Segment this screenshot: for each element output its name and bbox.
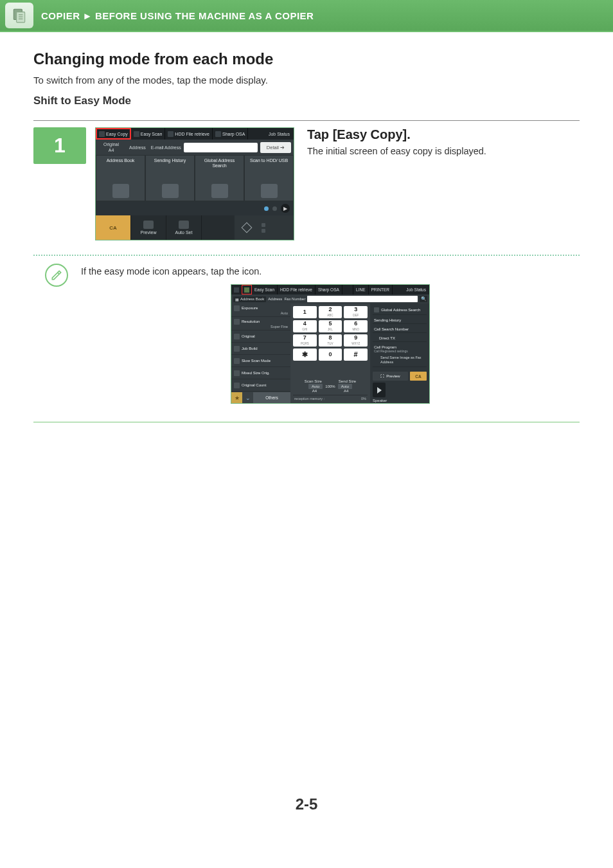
sending-history-button[interactable]: Sending History (145, 155, 195, 201)
scan-size-auto[interactable]: Auto (308, 384, 323, 389)
key-hash[interactable]: # (344, 348, 368, 361)
keypad-panel: 1 2ABC 3DEF 4GHI 5JKL 6MNO 7PQRS 8TUV 9W (290, 303, 370, 403)
scroll-down-button[interactable]: ⌄ (242, 392, 253, 403)
start-buttons[interactable] (259, 215, 294, 240)
address-field-label: E-mail Address (148, 145, 184, 150)
key-6[interactable]: 6MNO (344, 320, 368, 332)
size-ratio: 100% (325, 384, 335, 388)
key-4[interactable]: 4GHI (293, 320, 317, 332)
search-button[interactable]: 🔍 (420, 296, 427, 302)
original-item[interactable]: Original (231, 330, 290, 343)
note-pencil-icon (45, 264, 68, 287)
detail-button[interactable]: Detail ➔ (260, 142, 291, 153)
job-status-button[interactable]: Job Status (265, 128, 294, 140)
tab-sharp-osa[interactable]: Sharp OSA (213, 128, 248, 140)
preview-label-b: Preview (386, 374, 400, 378)
key-5[interactable]: 5JKL (319, 320, 342, 332)
key-7[interactable]: 7PQRS (293, 334, 317, 347)
address-book-button[interactable]: Address Book (96, 155, 145, 201)
note-row: If the easy mode icon appears, tap the i… (33, 266, 580, 404)
direct-tx-item[interactable]: Direct TX (373, 335, 427, 342)
ca-button-b[interactable]: CA (410, 372, 427, 381)
others-button[interactable]: Others (253, 392, 290, 403)
ca-button[interactable]: CA (96, 215, 131, 240)
tab-hdd-b-label: HDD File retrieve (280, 287, 312, 292)
call-program-item[interactable]: Call ProgramCall Registered settings (373, 344, 427, 353)
favorite-button[interactable]: ★ (231, 392, 242, 403)
resolution-value: Super Fine (271, 325, 288, 329)
sending-history-label-b: Sending History (374, 318, 401, 322)
breadcrumb-arrow-icon: ► (83, 10, 93, 21)
key-9[interactable]: 9WXYZ (344, 334, 368, 347)
original-count-item[interactable]: Original Count (231, 379, 290, 392)
section-rule-bottom (33, 422, 580, 422)
address-book-toggle[interactable]: ▦Address Book (233, 296, 266, 302)
key-8[interactable]: 8TUV (319, 334, 342, 347)
tab-sharp-osa-b[interactable]: Sharp OSA (315, 285, 342, 294)
key-2[interactable]: 2ABC (319, 306, 342, 318)
global-address-search-button[interactable]: Global Address Search (195, 155, 244, 201)
tab-hdd-b[interactable]: HDD File retrieve (278, 285, 315, 294)
call-search-number-item[interactable]: Call Search Number (373, 326, 427, 333)
send-size-value: A4 (344, 389, 348, 393)
send-same-image-item[interactable]: Send Same Image as Fax Address (373, 355, 427, 367)
job-status-b[interactable]: Job Status (403, 285, 429, 294)
tab-easy-scan-b-label: Easy Scan (254, 287, 274, 292)
preview-button-b[interactable]: ⛶Preview (373, 372, 408, 381)
mixed-size-item[interactable]: Mixed Size Orig. (231, 367, 290, 379)
key-1[interactable]: 1 (293, 306, 317, 318)
easy-mode-icon (244, 287, 249, 293)
breadcrumb-page[interactable]: BEFORE USING THE MACHINE AS A COPIER (95, 10, 314, 21)
auto-set-button[interactable]: Auto Set (166, 215, 202, 240)
step-1-title: Tap [Easy Copy]. (307, 127, 580, 142)
auto-set-label: Auto Set (175, 230, 193, 235)
tab-easy-scan-b[interactable]: Easy Scan (252, 285, 278, 294)
slow-scan-item[interactable]: Slow Scan Mode (231, 355, 290, 367)
pager-next-icon[interactable]: ▶ (281, 204, 290, 213)
email-address-field[interactable] (184, 143, 258, 152)
page-heading: Changing mode from each mode (33, 50, 580, 68)
resolution-item[interactable]: ResolutionSuper Fine (231, 317, 290, 330)
step-number: 1 (33, 127, 86, 164)
slow-scan-icon (234, 358, 240, 364)
global-address-search-item[interactable]: Global Address Search (373, 305, 427, 315)
resolution-label: Resolution (242, 320, 260, 323)
color-start-label[interactable] (262, 228, 267, 233)
reception-memory-value: 0% (361, 397, 366, 401)
breadcrumb-section[interactable]: COPIER (41, 10, 80, 21)
others-label: Others (265, 395, 278, 400)
preview-icon-b: ⛶ (380, 374, 384, 378)
send-size-auto[interactable]: Auto (338, 384, 352, 389)
tab-easy-scan[interactable]: Easy Scan (131, 128, 165, 140)
easy-mode-tab[interactable] (242, 285, 252, 294)
job-build-icon (234, 346, 240, 352)
home-tab[interactable] (231, 285, 242, 294)
dotted-divider (33, 255, 580, 256)
key-star[interactable]: ✱ (293, 348, 317, 361)
original-icon (234, 334, 240, 339)
step-1-desc: The initial screen of easy copy is displ… (307, 146, 580, 156)
scan-to-hdd-usb-button[interactable]: Scan to HDD/ USB (244, 155, 294, 201)
exposure-item[interactable]: ExposureAuto (231, 303, 290, 317)
original-label: Original (96, 141, 127, 147)
job-build-item[interactable]: Job Build (231, 343, 290, 355)
pager-dot-active[interactable] (264, 206, 269, 211)
start-button[interactable] (373, 383, 386, 397)
address-book-icon (112, 184, 129, 198)
sending-history-item[interactable]: Sending History (373, 317, 427, 324)
send-size-label: Send Size (339, 379, 356, 383)
original-item-label: Original (242, 334, 255, 338)
diamond-icon (242, 222, 253, 233)
key-0[interactable]: 0 (319, 348, 342, 361)
tab-hdd-retrieve[interactable]: HDD File retrieve (165, 128, 213, 140)
speaker-label[interactable]: Speaker (373, 399, 387, 402)
tab-easy-copy[interactable]: Easy Copy (96, 128, 131, 140)
pager-dot[interactable] (272, 206, 277, 211)
key-3[interactable]: 3DEF (344, 306, 368, 318)
resolution-icon (234, 319, 240, 325)
preview-button[interactable]: Preview (131, 215, 166, 240)
job-build-label: Job Build (242, 347, 258, 350)
bw-start-label[interactable] (262, 222, 267, 227)
slow-scan-label: Slow Scan Mode (242, 359, 271, 363)
fax-number-field[interactable] (307, 296, 418, 302)
